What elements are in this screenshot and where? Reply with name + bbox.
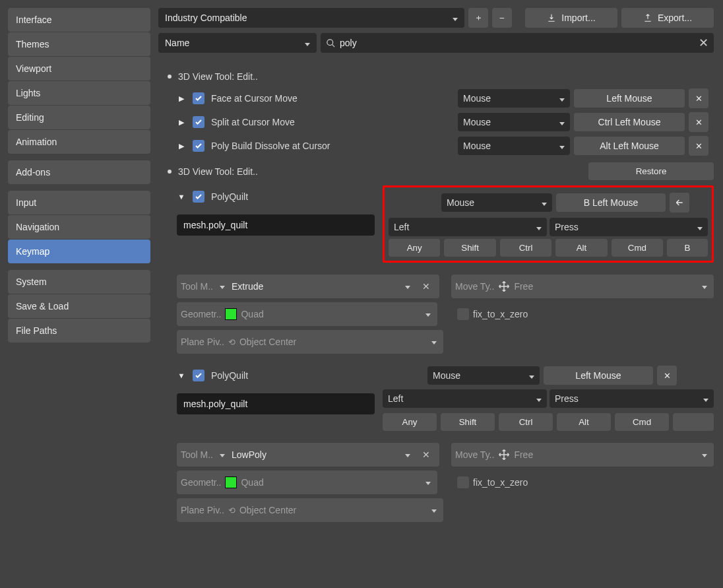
remove-preset-button[interactable]: −: [492, 8, 512, 28]
fix-checkbox[interactable]: [457, 308, 469, 320]
mod-any[interactable]: Any: [389, 239, 440, 257]
clear-icon[interactable]: ✕: [417, 281, 435, 292]
event-type-select[interactable]: Mouse: [427, 366, 540, 385]
mod-alt[interactable]: Alt: [555, 239, 607, 257]
event-type-select[interactable]: Mouse: [458, 113, 570, 131]
mod-any[interactable]: Any: [383, 413, 437, 431]
expand-toggle[interactable]: ▶: [177, 142, 186, 150]
mouse-button-select[interactable]: Left: [389, 218, 547, 236]
sidebar-item-label: Navigation: [16, 222, 59, 232]
back-button[interactable]: [670, 193, 689, 212]
keymap-name: Poly Build Dissolve at Cursor: [211, 141, 330, 151]
mod-ctrl[interactable]: Ctrl: [500, 239, 551, 257]
enable-checkbox[interactable]: [193, 140, 204, 152]
plane-pivot-select[interactable]: Plane Piv.. ⟲ Object Center: [177, 330, 443, 354]
clear-search-icon[interactable]: ✕: [699, 36, 708, 50]
plane-pivot-select[interactable]: Plane Piv.. ⟲ Object Center: [177, 498, 443, 522]
sidebar-item-themes[interactable]: Themes: [8, 32, 150, 56]
fix-checkbox[interactable]: [457, 476, 469, 488]
remove-button[interactable]: ✕: [689, 136, 708, 156]
add-preset-button[interactable]: ＋: [468, 8, 488, 28]
mod-extra[interactable]: B: [667, 239, 708, 257]
keymap-name: PolyQuilt: [211, 370, 248, 381]
search-input[interactable]: [336, 38, 699, 48]
identifier-input[interactable]: [177, 393, 375, 414]
export-button[interactable]: Export...: [621, 8, 714, 28]
sidebar-item-label: File Paths: [16, 325, 57, 336]
keymap-list: 3D View Tool: Edit.. ▶ Face at Cursor Mo…: [158, 58, 714, 531]
sidebar-item-editing[interactable]: Editing: [8, 106, 150, 129]
mod-cmd[interactable]: Cmd: [615, 413, 669, 431]
sidebar-item-viewport[interactable]: Viewport: [8, 57, 150, 81]
event-type-select[interactable]: Mouse: [441, 193, 552, 212]
sidebar-item-label: System: [16, 277, 47, 287]
keymap-row: ▶ Poly Build Dissolve at Cursor Mouse Al…: [158, 135, 714, 157]
sidebar-item-input[interactable]: Input: [8, 191, 150, 214]
minus-icon: −: [499, 13, 505, 23]
sidebar-item-navigation[interactable]: Navigation: [8, 215, 150, 239]
sidebar-item-label: Save & Load: [16, 301, 69, 311]
chevron-down-icon: [217, 451, 228, 459]
mouse-button-select[interactable]: Left: [383, 389, 547, 408]
remove-button[interactable]: ✕: [689, 112, 708, 132]
key-button[interactable]: Left Mouse: [574, 89, 685, 108]
chevron-down-icon: [453, 13, 458, 23]
sidebar-item-save-load[interactable]: Save & Load: [8, 294, 150, 318]
key-button[interactable]: Ctrl Left Mouse: [574, 113, 685, 131]
tool-mode-select[interactable]: Tool M.. Extrude ✕: [177, 275, 439, 298]
move-type-select[interactable]: Move Ty.. Free: [451, 443, 714, 467]
operator-properties: Tool M.. LowPoly ✕ Move Ty.. Free: [177, 434, 714, 531]
mod-shift[interactable]: Shift: [441, 413, 495, 431]
mod-alt[interactable]: Alt: [557, 413, 611, 431]
mod-extra[interactable]: [673, 413, 714, 431]
enable-checkbox[interactable]: [193, 370, 204, 381]
key-button[interactable]: Alt Left Mouse: [574, 137, 685, 155]
geometry-select[interactable]: Geometr.. Quad: [177, 471, 437, 494]
clear-icon[interactable]: ✕: [417, 449, 435, 460]
mod-cmd[interactable]: Cmd: [612, 239, 663, 257]
svg-point-0: [327, 39, 333, 45]
geometry-select[interactable]: Geometr.. Quad: [177, 302, 437, 326]
import-button[interactable]: Import...: [525, 8, 617, 28]
sidebar-item-file-paths[interactable]: File Paths: [8, 319, 150, 343]
sidebar-item-lights[interactable]: Lights: [8, 81, 150, 105]
filter-mode-select[interactable]: Name: [158, 33, 317, 53]
mod-ctrl[interactable]: Ctrl: [499, 413, 553, 431]
enable-checkbox[interactable]: [193, 116, 204, 128]
sidebar-item-addons[interactable]: Add-ons: [8, 160, 150, 184]
tool-mode-select[interactable]: Tool M.. LowPoly ✕: [177, 443, 439, 467]
mod-shift[interactable]: Shift: [444, 239, 495, 257]
sidebar-item-system[interactable]: System: [8, 270, 150, 294]
expand-toggle[interactable]: ▶: [177, 118, 186, 127]
sidebar-item-label: Animation: [16, 137, 57, 147]
move-icon: [498, 280, 510, 292]
mouse-event-select[interactable]: Press: [550, 389, 714, 408]
collapse-toggle[interactable]: ▼: [177, 193, 186, 201]
key-button[interactable]: Left Mouse: [544, 366, 653, 385]
search-box[interactable]: ✕: [321, 33, 714, 53]
restore-button[interactable]: Restore: [588, 162, 714, 180]
enable-checkbox[interactable]: [193, 92, 204, 104]
event-type-select[interactable]: Mouse: [458, 89, 570, 108]
operator-properties: Tool M.. Extrude ✕ Move Ty.. Free: [177, 265, 714, 363]
remove-button[interactable]: ✕: [657, 366, 677, 385]
sidebar-item-interface[interactable]: Interface: [8, 8, 150, 32]
identifier-input[interactable]: [177, 214, 375, 236]
enable-checkbox[interactable]: [193, 191, 204, 203]
event-type-select[interactable]: Mouse: [458, 137, 570, 155]
keymap-expanded: ▼ PolyQuilt Mouse Left Mouse ✕ Left: [158, 364, 714, 531]
chevron-down-icon: [217, 283, 228, 290]
import-icon: [547, 13, 556, 22]
expand-toggle[interactable]: ▶: [177, 94, 186, 103]
key-button[interactable]: B Left Mouse: [556, 193, 666, 212]
remove-button[interactable]: ✕: [689, 88, 708, 108]
sidebar-item-label: Interface: [16, 15, 51, 25]
move-type-select[interactable]: Move Ty.. Free: [451, 275, 714, 298]
sidebar-item-keymap[interactable]: Keymap: [8, 240, 150, 263]
chevron-down-icon: [402, 451, 413, 459]
chevron-down-icon: [423, 311, 433, 318]
mouse-event-select[interactable]: Press: [550, 218, 708, 236]
collapse-toggle[interactable]: ▼: [177, 372, 186, 379]
sidebar-item-animation[interactable]: Animation: [8, 130, 150, 154]
preset-select[interactable]: Industry Compatible: [158, 8, 464, 28]
